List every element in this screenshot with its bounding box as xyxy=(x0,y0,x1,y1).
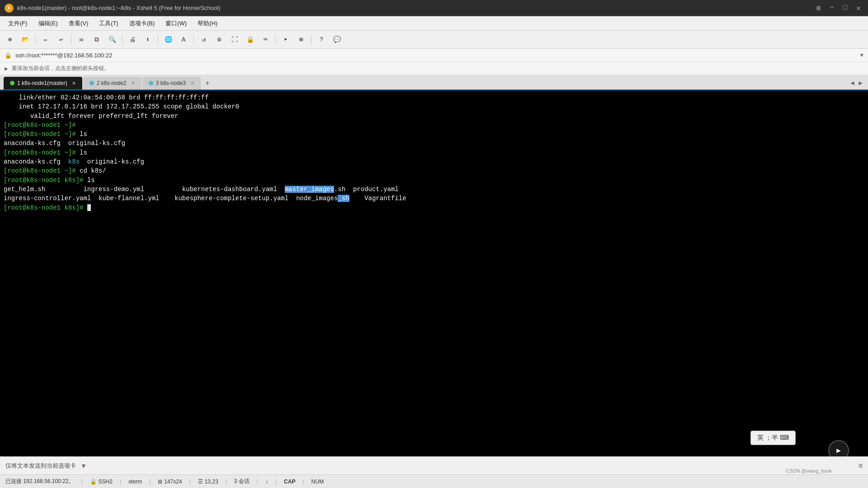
new-session-button[interactable]: ⊕ xyxy=(4,33,16,46)
term-line-10: [root@k8s-node1 k8s]# ls xyxy=(4,176,864,185)
compose-button[interactable]: ✉ xyxy=(75,33,88,46)
ime-text: 英 ；半 ⌨ xyxy=(757,434,789,441)
bottom-dropdown-icon[interactable]: ▼ xyxy=(80,462,87,469)
status-sep-6: | xyxy=(257,479,258,485)
tab-k8s-node2[interactable]: 2 k8s-node2 ✕ xyxy=(83,77,142,89)
globe-button[interactable]: 🌐 xyxy=(162,33,175,46)
connection-text: 已连接 192.168.56.100:22。 xyxy=(5,478,74,485)
protocol-text: SSH2 xyxy=(99,479,113,485)
keypad-button[interactable]: ⌨ xyxy=(259,33,272,46)
tab-k8s-node1[interactable]: 1 k8s-node1(master) ✕ xyxy=(4,77,82,89)
tab-dot-1 xyxy=(10,81,14,85)
tab-bar: 1 k8s-node1(master) ✕ 2 k8s-node2 ✕ 3 k8… xyxy=(0,75,868,90)
menu-file[interactable]: 文件(F) xyxy=(4,18,32,29)
grid-icon[interactable]: ⊞ xyxy=(814,3,824,14)
tab-label-2: 2 k8s-node2 xyxy=(97,80,127,86)
menu-tools[interactable]: 工具(T) xyxy=(94,18,123,29)
terminal-area[interactable]: link/ether 02:42:0a:54:00:68 brd ff:ff:f… xyxy=(0,90,868,456)
toolbar-sep-6 xyxy=(275,34,276,45)
add-tab-button[interactable]: + xyxy=(202,78,213,89)
ssh-address-bar: 🔒 ssh://root:*******@192.168.56.100:22 ▼ xyxy=(0,49,868,62)
send-button[interactable]: ➤ xyxy=(279,33,292,46)
watermark: CSDN @wang_book xyxy=(786,468,832,474)
term-line-3: valid_lft forever preferred_lft forever xyxy=(4,112,864,121)
session-count: 3 会话 xyxy=(234,478,250,485)
term-line-11: get_helm.sh ingress-demo.yml kubernetes-… xyxy=(4,185,864,194)
down-arrow-status: ↓ xyxy=(265,479,268,485)
position-text: 13,23 xyxy=(205,479,218,485)
status-sep-8: | xyxy=(302,479,304,485)
edit-button[interactable]: ✏ xyxy=(39,33,52,46)
help-button[interactable]: ? xyxy=(315,33,328,46)
bottom-menu-icon[interactable]: ≡ xyxy=(859,462,863,470)
tab-label-1: 1 k8s-node1(master) xyxy=(17,80,67,86)
bottom-bar: 仅将文本发送到当前选项卡 ▼ ≡ xyxy=(0,456,868,474)
cursor xyxy=(87,204,91,211)
size-text: 147x24 xyxy=(164,479,182,485)
status-sep-4: | xyxy=(189,479,191,485)
status-sep-3: | xyxy=(149,479,151,485)
lock-button[interactable]: 🔒 xyxy=(244,33,256,46)
undo-button[interactable]: ↩ xyxy=(55,33,67,46)
font-button[interactable]: A xyxy=(177,33,190,46)
ssh-address: ssh://root:*******@192.168.56.100:22 xyxy=(15,52,857,59)
copy-button[interactable]: ⧉ xyxy=(90,33,103,46)
tab-dot-3 xyxy=(149,81,153,85)
minimize-button[interactable]: − xyxy=(827,3,837,14)
cap-indicator: CAP xyxy=(284,479,295,485)
app-icon: X xyxy=(5,4,14,13)
print-button[interactable]: 🖨 xyxy=(126,33,139,46)
tab-close-2[interactable]: ✕ xyxy=(131,80,135,86)
tab-nav-arrows: ◀ ▶ xyxy=(849,78,864,88)
toolbar-sep-4 xyxy=(158,34,158,45)
dropdown-arrow-icon[interactable]: ▼ xyxy=(860,52,863,59)
menu-window[interactable]: 窗口(W) xyxy=(161,18,191,29)
layout-button[interactable]: ⊞ xyxy=(295,33,307,46)
find-button[interactable]: 🔍 xyxy=(106,33,118,46)
menu-view[interactable]: 查看(V) xyxy=(64,18,93,29)
term-line-7: [root@k8s-node1 ~]# ls xyxy=(4,148,864,157)
toolbar-sep-7 xyxy=(311,34,311,45)
term-line-8: anaconda-ks.cfg k8s original-ks.cfg xyxy=(4,157,864,166)
toolbar-sep-5 xyxy=(193,34,194,45)
tab-close-1[interactable]: ✕ xyxy=(72,80,76,86)
tab-prev-arrow[interactable]: ◀ xyxy=(849,78,856,88)
term-line-6: anaconda-ks.cfg original-ks.cfg xyxy=(4,139,864,148)
tab-k8s-node3[interactable]: 3 k8s-node3 ✕ xyxy=(142,77,201,89)
info-bar: ▶ 要添加当前会话，点击左侧的箭头按钮。 xyxy=(0,62,868,75)
toolbar: ⊕ 📂 ✏ ↩ ✉ ⧉ 🔍 🖨 ⬆ 🌐 A ↺ ⚙ ⛶ 🔒 ⌨ ➤ ⊞ ? 💬 xyxy=(0,31,868,49)
menu-edit[interactable]: 编辑(E) xyxy=(34,18,62,29)
status-sep-5: | xyxy=(226,479,227,485)
terminal-type: xterm xyxy=(128,479,142,485)
titlebar: X k8s-node1(master) - root@k8s-node1:~/k… xyxy=(0,0,868,16)
ime-popup: 英 ；半 ⌨ xyxy=(750,431,796,445)
chat-button[interactable]: 💬 xyxy=(330,33,343,46)
protocol-status: 🔒 SSH2 xyxy=(90,479,113,485)
term-line-2: inet 172.17.0.1/16 brd 172.17.255.255 sc… xyxy=(4,102,864,111)
status-sep-2: | xyxy=(120,479,121,485)
terminal-text: xterm xyxy=(128,479,142,485)
maximize-button[interactable]: □ xyxy=(840,3,850,14)
toolbar-sep-3 xyxy=(122,34,123,45)
lock-icon: 🔒 xyxy=(5,52,12,59)
lock-status-icon: 🔒 xyxy=(90,479,97,485)
open-button[interactable]: 📂 xyxy=(19,33,32,46)
toolbar-sep-2 xyxy=(71,34,71,45)
script-button[interactable]: ⚙ xyxy=(213,33,226,46)
menu-tabs[interactable]: 选项卡(B) xyxy=(125,18,159,29)
upload-button[interactable]: ⬆ xyxy=(142,33,154,46)
connection-status: 已连接 192.168.56.100:22。 xyxy=(5,478,74,485)
term-prompt: [root@k8s-node1 k8s]# xyxy=(4,203,864,212)
term-line-1: link/ether 02:42:0a:54:00:68 brd ff:ff:f… xyxy=(4,93,864,102)
fullscreen-button[interactable]: ⛶ xyxy=(228,33,241,46)
tab-next-arrow[interactable]: ▶ xyxy=(857,78,864,88)
sessions-text: 3 会话 xyxy=(234,478,250,485)
tab-close-3[interactable]: ✕ xyxy=(190,80,194,86)
term-line-9: [root@k8s-node1 ~]# cd k8s/ xyxy=(4,166,864,175)
reset-button[interactable]: ↺ xyxy=(198,33,210,46)
size-icon: ⊞ xyxy=(158,479,162,485)
close-button[interactable]: ✕ xyxy=(854,3,863,14)
menu-help[interactable]: 帮助(H) xyxy=(193,18,222,29)
window-controls: ⊞ − □ ✕ xyxy=(814,3,864,14)
num-indicator: NUM xyxy=(311,479,324,485)
